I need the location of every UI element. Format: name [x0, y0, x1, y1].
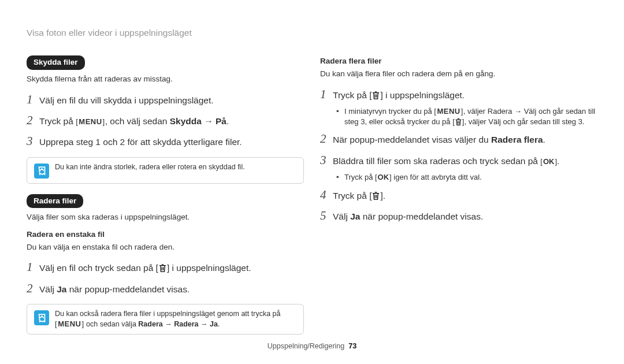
menu-icon: MENU	[76, 117, 105, 126]
section-title-protect: Skydda filer	[27, 55, 85, 70]
page-number: 73	[348, 342, 356, 350]
trash-icon	[372, 91, 380, 100]
ok-icon: OK	[540, 157, 557, 166]
protect-step-1: 1 Välj en fil du vill skydda i uppspelni…	[27, 91, 304, 108]
multi-step-4: 4 Tryck på [].	[320, 186, 597, 203]
menu-icon: MENU	[55, 320, 84, 328]
info-icon	[34, 310, 49, 325]
single-step-2: 2 Välj Ja när popup-meddelandet visas.	[27, 280, 304, 297]
subheading-multi: Radera flera filer	[320, 55, 597, 67]
subheading-single: Radera en enstaka fil	[27, 229, 304, 240]
note-protect: Du kan inte ändra storlek, radera eller …	[27, 157, 304, 184]
protect-step-3: 3 Upprepa steg 1 och 2 för att skydda yt…	[27, 132, 304, 150]
section-desc-protect: Skydda filerna från att raderas av misst…	[27, 73, 304, 85]
multi-step-3-bullet: • Tryck på OK igen för att avbryta ditt …	[336, 172, 597, 183]
section-title-delete: Radera filer	[27, 194, 83, 209]
subdesc-single: Du kan välja en enstaka fil och radera d…	[27, 242, 304, 253]
page-title: Visa foton eller videor i uppspelningslä…	[27, 27, 597, 39]
multi-step-3: 3 Bläddra till filer som ska raderas och…	[320, 151, 597, 169]
multi-step-1-bullet: • I miniatyrvyn trycker du på MENU, välj…	[336, 106, 597, 127]
protect-step-2: 2 Tryck på MENU, och välj sedan Skydda →…	[27, 112, 304, 129]
ok-icon: OK	[375, 173, 392, 181]
multi-step-1: 1 Tryck på [] i uppspelningsläget.	[320, 86, 597, 103]
single-step-1: 1 Välj en fil och tryck sedan på [] i up…	[27, 258, 304, 276]
info-icon	[34, 164, 49, 179]
subdesc-multi: Du kan välja flera filer och radera dem …	[320, 68, 597, 80]
trash-icon	[158, 263, 167, 273]
section-desc-delete: Välja filer som ska raderas i uppspelnin…	[27, 211, 304, 223]
page-footer: Uppspelning/Redigering 73	[0, 341, 624, 351]
trash-icon	[372, 191, 380, 200]
note-delete-text: Du kan också radera flera filer i uppspe…	[55, 309, 296, 329]
note-delete: Du kan också radera flera filer i uppspe…	[27, 304, 304, 335]
multi-step-5: 5 Välj Ja när popup-meddelandet visas.	[320, 207, 597, 224]
multi-step-2: 2 När popup-meddelandet visas väljer du …	[320, 130, 597, 147]
right-column: Radera flera filer Du kan välja flera fi…	[320, 55, 597, 345]
trash-icon	[455, 118, 462, 126]
left-column: Skydda filer Skydda filerna från att rad…	[27, 55, 304, 345]
note-protect-text: Du kan inte ändra storlek, radera eller …	[55, 162, 245, 173]
menu-icon: MENU	[434, 107, 463, 116]
